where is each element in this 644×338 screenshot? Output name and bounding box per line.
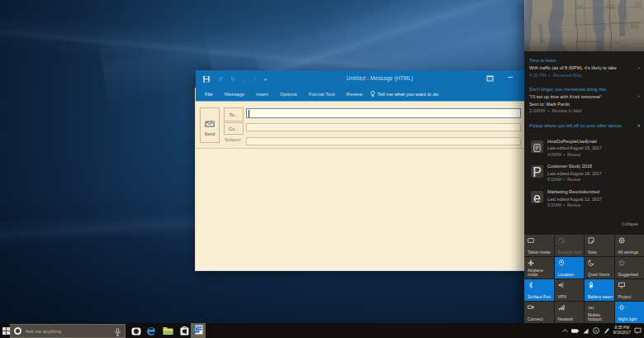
svg-text:O: O <box>195 326 199 332</box>
svg-text:G: G <box>594 329 597 333</box>
